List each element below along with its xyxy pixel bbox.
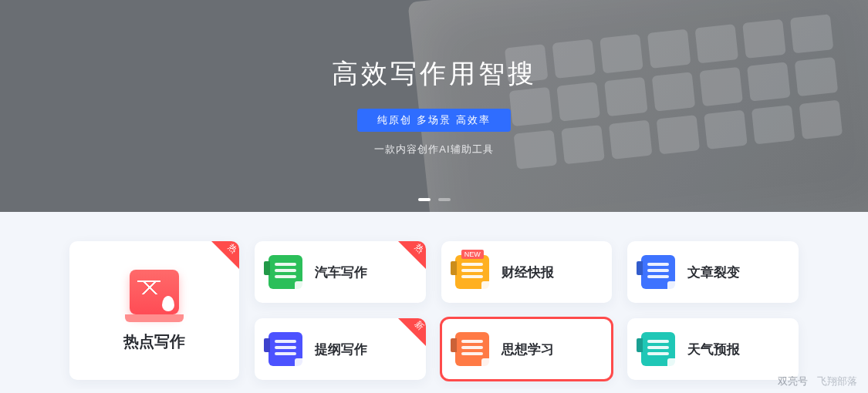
tile-outline-writing[interactable]: 新 提纲写作: [255, 318, 426, 380]
tile-hot-writing[interactable]: 热 热点写作: [69, 241, 239, 380]
corner-badge-new: 新: [398, 318, 426, 346]
trend-icon: [130, 270, 179, 314]
tools-grid: 热 热点写作 热 汽车写作 NEW 财经快报 文章裂变 新 提纲写作 思想学习 …: [0, 212, 868, 389]
corner-badge-hot: 热: [398, 241, 426, 269]
document-icon: [269, 255, 302, 289]
hero-title: 高效写作用智搜: [332, 56, 537, 92]
hero-subtitle: 一款内容创作AI辅助工具: [374, 143, 493, 156]
tile-label: 天气预报: [687, 341, 740, 358]
document-icon: [455, 332, 489, 366]
tile-label: 思想学习: [502, 341, 554, 358]
watermark: 双亮号飞翔部落: [778, 375, 857, 388]
tile-car-writing[interactable]: 热 汽车写作: [255, 241, 426, 303]
corner-badge-hot: 热: [211, 241, 239, 269]
document-icon: [269, 332, 302, 366]
document-icon: NEW: [455, 255, 489, 289]
tile-article-split[interactable]: 文章裂变: [627, 241, 799, 303]
tile-weather-forecast[interactable]: 天气预报: [627, 318, 799, 380]
carousel-dots[interactable]: [418, 198, 451, 201]
carousel-dot[interactable]: [418, 198, 431, 201]
document-icon: [641, 332, 675, 366]
tile-label: 提纲写作: [315, 341, 367, 358]
carousel-dot[interactable]: [438, 198, 451, 201]
tile-label: 财经快报: [502, 264, 554, 281]
tile-finance-news[interactable]: NEW 财经快报: [441, 241, 613, 303]
hero-banner: 高效写作用智搜 纯原创 多场景 高效率 一款内容创作AI辅助工具: [0, 0, 868, 212]
tile-label: 文章裂变: [687, 264, 740, 281]
tile-label: 热点写作: [123, 331, 185, 352]
document-icon: [641, 255, 675, 289]
hero-pill[interactable]: 纯原创 多场景 高效率: [357, 109, 510, 132]
tile-thought-study[interactable]: 思想学习: [441, 318, 613, 380]
tile-label: 汽车写作: [315, 264, 367, 281]
keyboard-decor: [505, 14, 843, 169]
